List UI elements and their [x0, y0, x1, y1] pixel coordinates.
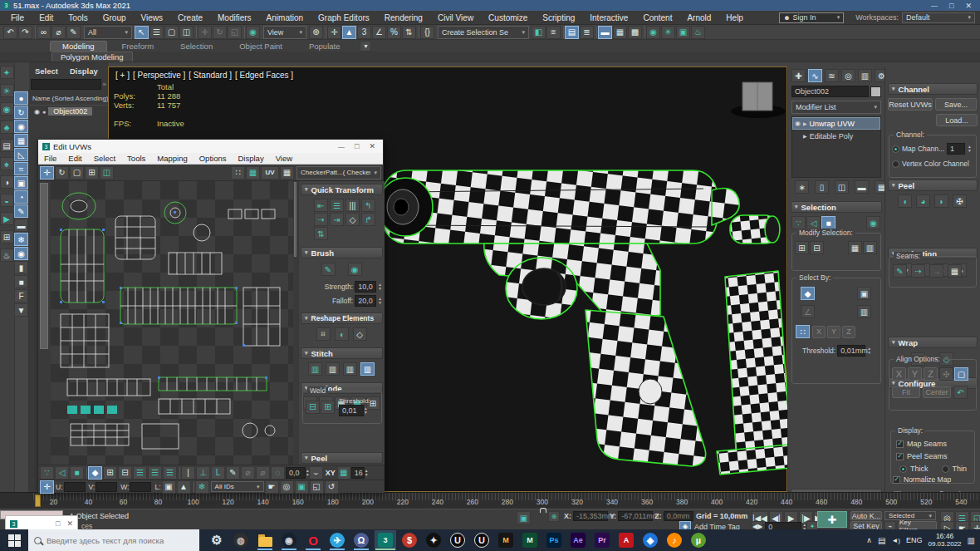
tray-network-icon[interactable]: ▤: [878, 536, 885, 545]
bar-filter-icon[interactable]: ▬: [14, 219, 28, 232]
workspace-dropdown[interactable]: Default ▾: [902, 12, 975, 23]
fl-studio-icon[interactable]: ♪: [664, 530, 685, 550]
uv-options-icon[interactable]: ▦: [280, 166, 294, 180]
align-x-button[interactable]: X: [892, 367, 906, 381]
utorrent-icon[interactable]: µ: [688, 530, 709, 550]
undo-icon[interactable]: ↶: [3, 26, 17, 39]
minimize-icon[interactable]: —: [931, 2, 938, 9]
sync-filter-icon[interactable]: ↻: [14, 106, 28, 119]
m-green-app-icon[interactable]: M: [519, 530, 541, 550]
schematic-view-icon[interactable]: ▩: [628, 26, 642, 39]
redo-icon[interactable]: ↷: [18, 26, 32, 39]
uv-align-l-icon[interactable]: L: [211, 466, 225, 480]
pen-filter-icon[interactable]: ✎: [14, 204, 28, 218]
save-button[interactable]: Save...: [935, 98, 977, 111]
rotate-cw-icon[interactable]: ↱: [361, 213, 375, 226]
uv-zoom-sel-icon[interactable]: ▣: [295, 480, 309, 494]
remove-modifier-icon[interactable]: ▬: [855, 180, 869, 194]
uv-align-v-icon[interactable]: |: [181, 466, 195, 480]
selection-lock-icon[interactable]: [536, 512, 541, 521]
reset-uvws-button[interactable]: Reset UVWs: [888, 98, 933, 111]
rollout-reshape[interactable]: ▾Reshape Elements: [301, 312, 383, 324]
uv-zoom-region-icon[interactable]: ◱: [310, 480, 324, 494]
foliage-toggle-icon[interactable]: ♠: [0, 157, 14, 170]
show-end-result-icon[interactable]: ▯: [815, 180, 829, 194]
thin-radio[interactable]: [942, 465, 949, 473]
uvw-maximize-icon[interactable]: □: [355, 142, 359, 150]
select-z-button[interactable]: Z: [842, 326, 855, 338]
group-toggle-icon[interactable]: ⊞: [0, 230, 14, 244]
timeline-tick[interactable]: 500: [876, 498, 907, 506]
uv-ring-icon[interactable]: ☰: [148, 466, 162, 480]
weld-threshold-spinner[interactable]: ▴▾: [365, 406, 367, 415]
expand-icon[interactable]: ▶: [803, 121, 807, 126]
rollout-stitch[interactable]: ▾Stitch: [301, 347, 383, 359]
select-by-id-icon[interactable]: ▣: [857, 287, 871, 300]
rollout-brush[interactable]: ▾Brush: [301, 247, 383, 258]
polygon-modeling-panel[interactable]: Polygon Modeling: [51, 52, 133, 61]
taskbar-search[interactable]: [28, 529, 199, 551]
seam-grid-icon[interactable]: ▦: [948, 264, 962, 278]
map-channel-spinner[interactable]: ▴▾: [968, 145, 971, 153]
weld-all-icon[interactable]: ⊞: [321, 401, 335, 414]
percent-snap-icon[interactable]: %: [387, 26, 401, 39]
ref-coord-dropdown[interactable]: View▾: [263, 26, 306, 39]
select-object-icon[interactable]: ↖: [135, 26, 149, 39]
straighten-icon[interactable]: ⌗: [316, 327, 331, 341]
tab-modeling[interactable]: Modeling: [50, 41, 107, 52]
chevrons-icon[interactable]: »: [103, 81, 106, 88]
mini-close-icon[interactable]: ✕: [66, 519, 73, 528]
normalize-map-checkbox[interactable]: ✓: [893, 476, 900, 484]
menu-item[interactable]: Animation: [259, 13, 311, 22]
object-color-swatch[interactable]: [870, 86, 881, 97]
eye-filter-icon[interactable]: ◉: [14, 247, 28, 260]
link-icon[interactable]: ∞: [37, 26, 51, 39]
snap-3d-icon[interactable]: 3: [357, 26, 371, 39]
auto-key-button[interactable]: Auto K...: [850, 511, 882, 520]
uv-relax2-icon[interactable]: ⌀: [256, 466, 270, 480]
object-name-field[interactable]: Object002: [791, 86, 869, 97]
create-tab-icon[interactable]: ✚: [791, 69, 806, 82]
menu-item[interactable]: Group: [96, 13, 134, 22]
cell-filter-icon[interactable]: ▮: [14, 261, 28, 274]
timeline-tick[interactable]: 340: [597, 498, 628, 506]
thick-radio[interactable]: [899, 465, 907, 473]
weld-selected-icon[interactable]: ⊟: [306, 401, 320, 414]
timeline-tick[interactable]: 400: [702, 498, 733, 506]
timeline-tick[interactable]: 480: [841, 498, 872, 506]
space-icon[interactable]: |||: [345, 199, 360, 212]
ref-coord-icon[interactable]: ◉: [246, 26, 260, 39]
timeline[interactable]: 2040608010012014016018020022024026028030…: [0, 492, 980, 509]
uv-move-icon[interactable]: ✛: [40, 166, 54, 180]
image-filter-icon[interactable]: ▣: [14, 176, 28, 189]
tray-language[interactable]: ENG: [906, 536, 923, 544]
menu-item[interactable]: Edit: [32, 13, 61, 22]
explorer-menu-item[interactable]: Select: [29, 66, 64, 76]
uv-edge-mode-icon[interactable]: ◁: [55, 466, 69, 480]
rollout-peel-uvw[interactable]: ▾Peel: [301, 452, 383, 464]
quick-peel2-icon[interactable]: ◖: [898, 194, 912, 208]
rotate-angle-field[interactable]: 0,0: [286, 467, 306, 479]
drop-filter-icon[interactable]: ◉: [14, 120, 28, 133]
uv-shrink-icon[interactable]: ⊟: [118, 466, 132, 480]
select-place-icon[interactable]: ▲: [342, 26, 356, 39]
timeline-tick[interactable]: 80: [143, 498, 174, 506]
stitch-source-icon[interactable]: ▥: [360, 362, 375, 376]
m-yellow-app-icon[interactable]: M: [495, 530, 517, 550]
f-filter-icon[interactable]: F: [14, 289, 28, 303]
uvw-menu-item[interactable]: Options: [194, 154, 233, 163]
swirl-app-icon[interactable]: ✦: [423, 530, 444, 550]
timeline-tick[interactable]: 320: [561, 498, 592, 506]
uv-scale-icon[interactable]: ⊞: [85, 166, 99, 180]
rotate-ccw-icon[interactable]: ↰: [361, 199, 375, 212]
money-app-icon[interactable]: $: [399, 530, 420, 550]
sphere-toggle-icon[interactable]: ◒: [0, 194, 14, 207]
shrink-selection-icon[interactable]: ⊟: [810, 241, 824, 254]
uv-pan-rotate-icon[interactable]: ↺: [325, 480, 339, 494]
stack-item-unwrap-uvw[interactable]: ◉ ▶ Unwrap UVW: [792, 117, 880, 130]
curve-editor-icon[interactable]: ▦: [613, 26, 627, 39]
rollout-wrap[interactable]: ▾Wrap: [888, 337, 978, 348]
uvw-minimize-icon[interactable]: —: [338, 143, 345, 150]
timeline-tick[interactable]: 420: [737, 498, 767, 506]
dark-globe-app-icon[interactable]: ◍: [230, 530, 252, 550]
